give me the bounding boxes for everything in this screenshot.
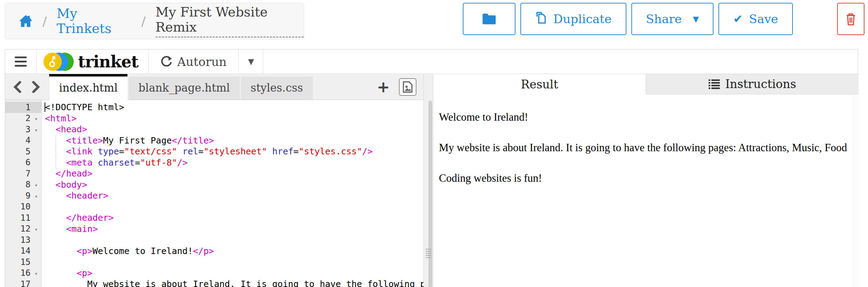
fold-arrow-icon[interactable]: ▾ [31, 181, 42, 188]
chevron-right-icon[interactable] [31, 81, 40, 93]
code-line[interactable]: 13 [5, 234, 423, 246]
code-text: <link type="text/css" rel="stylesheet" h… [42, 146, 423, 157]
code-text: <main> [42, 223, 423, 235]
code-line[interactable]: 3▾ <head> [5, 124, 423, 135]
autorun-label: Autorun [177, 55, 227, 69]
splitter-grip-icon [426, 249, 431, 258]
add-file-button[interactable]: + [377, 79, 390, 95]
code-line[interactable]: 5 <link type="text/css" rel="stylesheet"… [5, 146, 423, 157]
tab-styles.css[interactable]: styles.css [241, 76, 313, 100]
editor-panels: index.htmlblank_page.htmlstyles.css + [5, 74, 859, 287]
menu-button[interactable] [5, 49, 37, 74]
result-paragraph: Coding websites is fun! [439, 171, 847, 186]
code-text: My website is about Ireland. It is going… [42, 279, 423, 287]
line-number: 17 [5, 279, 42, 287]
folder-button[interactable] [463, 3, 515, 35]
hamburger-icon [15, 56, 27, 58]
fold-arrow-icon[interactable]: ▾ [31, 225, 42, 233]
fold-arrow-icon[interactable]: ▾ [31, 126, 42, 133]
code-line[interactable]: 10 [5, 201, 423, 213]
share-button[interactable]: Share ▼ [631, 3, 714, 35]
text-cursor [45, 102, 45, 112]
trinket-logo-icon [44, 52, 74, 72]
tab-instructions[interactable]: Instructions [646, 74, 859, 94]
code-text: <title>My First Page</title> [42, 135, 423, 146]
folder-icon [482, 13, 497, 25]
chevron-down-icon: ▼ [248, 57, 254, 66]
tab-result[interactable]: Result [433, 74, 646, 94]
tab-tools: + [377, 78, 423, 96]
line-number: 10 [5, 201, 42, 213]
code-text: <p> [42, 268, 423, 279]
code-panel: index.htmlblank_page.htmlstyles.css + [5, 74, 423, 287]
image-icon [402, 81, 413, 93]
tab-blank_page.html[interactable]: blank_page.html [129, 76, 240, 100]
fold-arrow-icon[interactable]: ▾ [31, 114, 42, 122]
code-line[interactable]: 12▾ <main> [5, 223, 423, 235]
result-scrollbar[interactable] [853, 94, 859, 287]
code-line[interactable]: 11 </header> [5, 212, 423, 223]
save-button[interactable]: ✔ Save [718, 3, 793, 35]
code-line[interactable]: 2▾<html> [5, 113, 423, 124]
result-tab-label: Result [521, 78, 558, 91]
code-line[interactable]: 4 <title>My First Page</title> [5, 135, 423, 146]
tab-scroll-nav [5, 74, 49, 100]
fold-arrow-icon[interactable]: ▾ [31, 192, 42, 200]
line-number: 2▾ [5, 113, 42, 124]
code-line[interactable]: 17 My website is about Ireland. It is go… [5, 279, 423, 287]
code-text: <header> [42, 190, 423, 201]
run-options-dropdown[interactable]: ▼ [239, 49, 263, 74]
tab-index.html[interactable]: index.html [49, 74, 127, 100]
line-number: 4 [5, 135, 42, 146]
code-line[interactable]: 14 <p>Welcome to Ireland!</p> [5, 246, 423, 257]
result-tab-bar: Result [433, 74, 859, 94]
duplicate-button[interactable]: Duplicate [520, 3, 626, 35]
panel-splitter[interactable] [423, 74, 433, 287]
list-icon [709, 79, 720, 89]
home-link[interactable] [19, 14, 33, 28]
editor-toolbar: trinket Autorun ▼ [5, 49, 858, 74]
line-number: 9▾ [5, 190, 42, 201]
code-text: <meta charset="utf-8"/> [42, 157, 423, 168]
trinket-widget: trinket Autorun ▼ [5, 49, 858, 287]
code-scrollbar[interactable] [428, 101, 432, 287]
trinket-logo[interactable]: trinket [37, 49, 149, 74]
line-number: 11 [5, 212, 42, 223]
breadcrumb-separator: / [142, 14, 146, 28]
line-number: 16▾ [5, 268, 42, 279]
result-paragraph: Welcome to Ireland! [439, 110, 847, 125]
code-editor[interactable]: 1<!DOCTYPE html>2▾<html>3▾ <head>4 <titl… [5, 100, 423, 287]
brand-name: trinket [78, 52, 138, 71]
code-line[interactable]: 9▾ <header> [5, 190, 423, 201]
result-content: Welcome to Ireland!My website is about I… [433, 94, 853, 287]
chevron-left-icon[interactable] [13, 81, 22, 93]
add-image-button[interactable] [399, 78, 416, 96]
code-line[interactable]: 8▾ <body> [5, 179, 423, 191]
code-line[interactable]: 15 [5, 256, 423, 268]
line-number: 12▾ [5, 223, 42, 235]
result-paragraph: My website is about Ireland. It is going… [439, 140, 847, 155]
code-text: <p>Welcome to Ireland!</p> [42, 246, 423, 257]
trinket-title-editable[interactable]: My First Website Remix [156, 5, 304, 38]
delete-button[interactable] [837, 3, 864, 35]
trash-icon [845, 12, 857, 26]
line-number: 6 [5, 157, 42, 168]
code-line[interactable]: 1<!DOCTYPE html> [5, 102, 423, 113]
home-icon [19, 14, 33, 28]
breadcrumb-my-trinkets-link[interactable]: My Trinkets [57, 6, 131, 36]
fold-arrow-icon[interactable]: ▾ [31, 269, 42, 277]
chevron-down-icon: ▼ [693, 15, 699, 24]
code-text: </head> [42, 168, 423, 179]
autorun-button[interactable]: Autorun [149, 49, 239, 74]
share-label: Share [646, 12, 682, 26]
code-text: <html> [42, 113, 423, 124]
code-line[interactable]: 16▾ <p> [5, 268, 423, 279]
file-tabs: index.htmlblank_page.htmlstyles.css [49, 74, 314, 100]
code-line[interactable]: 7 </head> [5, 168, 423, 179]
code-line[interactable]: 6 <meta charset="utf-8"/> [5, 157, 423, 168]
line-number: 1 [5, 102, 42, 113]
code-text: </header> [42, 212, 423, 223]
code-lines: 1<!DOCTYPE html>2▾<html>3▾ <head>4 <titl… [5, 102, 423, 287]
code-text: <head> [42, 124, 423, 135]
line-number: 3▾ [5, 124, 42, 135]
